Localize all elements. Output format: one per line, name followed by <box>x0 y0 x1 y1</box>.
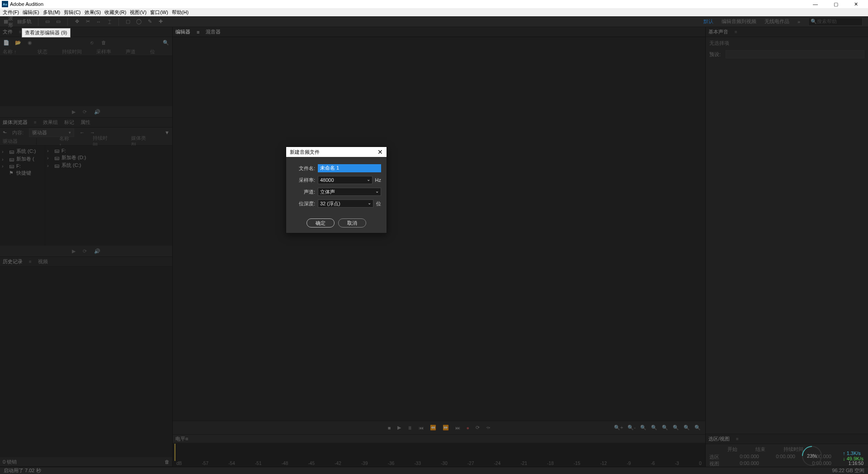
close-button[interactable]: ✕ <box>846 0 866 8</box>
menu-file[interactable]: 文件(F) <box>3 9 19 16</box>
zoom-tool-icon[interactable]: 🔍 <box>651 425 657 431</box>
lasso-tool-icon[interactable]: ◯ <box>133 16 144 27</box>
record-icon[interactable]: ◉ <box>26 39 33 46</box>
tab-editor[interactable]: 编辑器 <box>175 28 190 35</box>
play-button[interactable]: ▶ <box>397 425 401 431</box>
tree-item[interactable]: ›🖴系统 (C:) <box>45 161 172 169</box>
go-start-button[interactable]: ⏮ <box>419 425 424 431</box>
loop-button[interactable]: ⟳ <box>476 425 480 431</box>
cancel-button[interactable]: 取消 <box>338 218 366 228</box>
menu-clip[interactable]: 剪辑(C) <box>64 9 80 16</box>
tab-video[interactable]: 视频 <box>38 258 48 265</box>
workspace-audio-video[interactable]: 编辑音频到视频 <box>722 18 756 25</box>
zoom-tool-icon[interactable]: 🔍 <box>694 425 701 431</box>
tab-media-browser[interactable]: 媒体浏览器 <box>3 119 28 126</box>
trash-icon[interactable]: 🗑 <box>100 39 108 46</box>
panel-menu-icon[interactable]: ≡ <box>736 436 739 441</box>
razor-tool-icon[interactable]: ✂ <box>82 16 93 27</box>
tab-levels[interactable]: 电平 <box>175 436 185 442</box>
tree-item[interactable]: ›🖴新加卷 (D:) <box>45 154 172 161</box>
zoom-tool-icon[interactable]: 🔍 <box>640 425 646 431</box>
tree-item[interactable]: ›🖴系统 (C:) <box>0 147 45 155</box>
dialog-titlebar[interactable]: 新建音频文件 ✕ <box>286 147 387 157</box>
new-file-icon[interactable]: 📄 <box>3 39 10 46</box>
help-search-input[interactable]: 🔍 搜索帮助 <box>808 18 863 26</box>
trash-icon[interactable]: 🗑 <box>165 459 170 465</box>
panel-menu-icon[interactable]: ≡ <box>185 436 188 441</box>
move-tool-icon[interactable]: ✥ <box>71 16 82 27</box>
heal-tool-icon[interactable]: ✚ <box>155 16 166 27</box>
tab-essential-sound[interactable]: 基本声音 <box>708 28 728 35</box>
record-button[interactable]: ● <box>467 425 470 431</box>
menu-help[interactable]: 帮助(H) <box>172 9 189 16</box>
tool-icon[interactable]: ▭ <box>53 16 64 27</box>
panel-menu-icon[interactable]: ≡ <box>29 259 32 264</box>
waveform-mode-button[interactable]: ▦ 波形 <box>4 16 14 27</box>
workspace-more[interactable]: » <box>797 19 800 24</box>
play-icon[interactable]: ▶ <box>72 109 75 115</box>
tree-item[interactable]: ›🖴F: <box>45 147 172 154</box>
marquee-tool-icon[interactable]: ▢ <box>123 16 133 27</box>
panel-menu-icon[interactable]: ≡ <box>197 29 199 35</box>
tab-selection-view[interactable]: 选区/视图 <box>708 436 730 442</box>
menu-window[interactable]: 窗口(W) <box>150 9 168 16</box>
tab-files[interactable]: 文件 <box>3 28 13 35</box>
editor-canvas[interactable] <box>173 37 705 421</box>
tool-icon[interactable]: ▭ <box>42 16 53 27</box>
samplerate-select[interactable]: 48000 <box>318 176 373 184</box>
zoom-out-icon[interactable]: 🔍- <box>627 425 636 431</box>
workspace-radio[interactable]: 无线电作品 <box>764 18 789 25</box>
maximize-button[interactable]: ▢ <box>826 0 846 8</box>
pause-button[interactable]: ⏸ <box>407 425 412 431</box>
status-left: 启动用了 7.02 秒 <box>4 467 41 474</box>
menu-edit[interactable]: 编辑(E) <box>23 9 39 16</box>
stop-button[interactable]: ■ <box>388 425 391 431</box>
tab-effects-rack[interactable]: 效果组 <box>43 119 58 126</box>
search-icon[interactable]: 🔍 <box>162 39 170 46</box>
zoom-tool-icon[interactable]: 🔍 <box>684 425 690 431</box>
menu-view[interactable]: 视图(V) <box>130 9 146 16</box>
up-folder-icon[interactable]: ⬑ <box>3 130 7 136</box>
menu-favorites[interactable]: 收藏夹(R) <box>104 9 126 16</box>
slip-tool-icon[interactable]: ↔ <box>93 16 104 27</box>
tab-markers[interactable]: 标记 <box>64 119 74 126</box>
time-select-tool-icon[interactable]: ⌶ <box>104 16 115 27</box>
tree-item[interactable]: ›🖴新加卷 ( <box>0 155 45 163</box>
filter-icon[interactable]: ▼ <box>165 130 170 135</box>
panel-menu-icon[interactable]: ≡ <box>34 120 37 125</box>
go-end-button[interactable]: ⏭ <box>455 425 460 431</box>
tree-item[interactable]: ⚑快捷键 <box>0 169 45 177</box>
menu-effects[interactable]: 效果(S) <box>85 9 101 16</box>
play-icon[interactable]: ▶ <box>72 248 75 254</box>
menu-multitrack[interactable]: 多轨(M) <box>43 9 61 16</box>
bitdepth-select[interactable]: 32 (浮点) <box>318 199 373 208</box>
minimize-button[interactable]: — <box>805 0 826 8</box>
workspace-default[interactable]: 默认 <box>703 18 713 25</box>
autoplay-icon[interactable]: 🔊 <box>94 248 100 254</box>
multitrack-mode-button[interactable]: ▤ 多轨 <box>14 16 34 27</box>
loop-icon[interactable]: ⟳ <box>83 109 87 115</box>
ffwd-button[interactable]: ⏩ <box>443 425 449 431</box>
zoom-tool-icon[interactable]: 🔍 <box>662 425 668 431</box>
dialog-close-icon[interactable]: ✕ <box>377 148 383 156</box>
ok-button[interactable]: 确定 <box>307 218 335 228</box>
preset-dropdown[interactable] <box>726 50 864 58</box>
loop-icon[interactable]: ⟳ <box>83 248 87 254</box>
brush-tool-icon[interactable]: ✎ <box>144 16 155 27</box>
tab-properties[interactable]: 属性 <box>80 119 90 126</box>
skip-button[interactable]: ⤼ <box>486 425 490 431</box>
rewind-button[interactable]: ⏪ <box>430 425 436 431</box>
zoom-in-icon[interactable]: 🔍+ <box>614 425 623 431</box>
channels-select[interactable]: 立体声 <box>318 188 381 196</box>
open-file-icon[interactable]: 📂 <box>14 39 22 46</box>
panel-menu-icon[interactable]: ≡ <box>19 29 22 34</box>
tab-mixer[interactable]: 混音器 <box>206 28 221 35</box>
tree-item[interactable]: ›🖴F: <box>0 163 45 169</box>
back-icon[interactable]: ← <box>80 130 85 135</box>
tab-history[interactable]: 历史记录 <box>3 258 23 265</box>
zoom-tool-icon[interactable]: 🔍 <box>673 425 679 431</box>
autoplay-icon[interactable]: 🔊 <box>94 109 100 115</box>
filter-icon[interactable]: ⎋ <box>89 39 96 46</box>
filename-input[interactable]: 未命名 1 <box>318 164 381 172</box>
panel-menu-icon[interactable]: ≡ <box>735 29 737 34</box>
